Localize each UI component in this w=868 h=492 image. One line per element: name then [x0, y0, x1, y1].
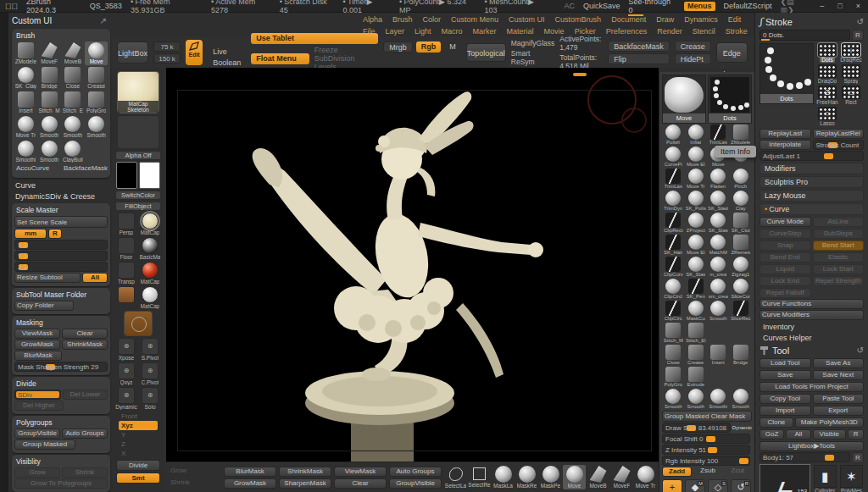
bottom-mask-button[interactable]: ViewMask — [334, 467, 387, 477]
gradient-swatch[interactable] — [124, 311, 153, 336]
groupvisible-button[interactable]: GroupVisible — [14, 428, 60, 439]
backfacemask-left-button[interactable]: BackfaceMask — [62, 164, 108, 174]
switchcolor-button[interactable]: SwitchColor — [115, 191, 161, 200]
res-75k-button[interactable]: 75 k — [153, 41, 181, 52]
tool-button[interactable]: GoZ — [760, 429, 784, 439]
bottom-brush-item[interactable]: MaskPe — [539, 465, 562, 489]
fillobject-button[interactable]: FillObject — [115, 202, 161, 211]
curve-control-button[interactable]: Lock End — [760, 276, 811, 286]
transform-button[interactable]: ↺ R Rotate — [731, 479, 751, 492]
masking-button[interactable]: ShrinkMask — [62, 340, 108, 350]
brush-item[interactable]: MoveB — [62, 41, 85, 65]
stroke-type-item[interactable]: ○ Lasso — [816, 107, 838, 126]
m-button[interactable]: M — [444, 41, 461, 53]
menu-item[interactable]: Color — [423, 15, 442, 24]
brush-item[interactable]: Crease — [85, 66, 108, 90]
quick-brush-item[interactable]: ClipCirc — [662, 300, 685, 322]
axis-button[interactable]: X — [119, 449, 158, 458]
curve-header[interactable]: •Curve — [760, 203, 864, 215]
tool-button[interactable]: Clone — [760, 417, 793, 428]
del-higher-button[interactable]: Del Higher — [14, 401, 64, 411]
subtool-item[interactable]: ✶ PolyMes — [839, 465, 864, 492]
menu-item[interactable]: Custom UI — [509, 15, 545, 24]
bottom-mask-button[interactable]: GroupVisible — [389, 478, 442, 489]
menu-item[interactable]: Draw — [656, 15, 674, 24]
quick-brush-item[interactable]: Polish — [662, 124, 685, 146]
bottom-mask-button[interactable]: GrowMask — [224, 478, 276, 489]
menu-item[interactable]: Edit — [728, 15, 742, 24]
stroke-reset-icon[interactable]: ↺ — [857, 17, 864, 26]
stroke-dots-big-thumb[interactable]: Dots — [760, 43, 814, 104]
axis-button[interactable]: Y — [119, 430, 158, 439]
brush-item[interactable]: Stitch_M — [38, 91, 61, 114]
curve-control-button[interactable]: Elastic — [813, 252, 865, 263]
brush-item[interactable]: PolyGro — [85, 91, 108, 114]
draw-slider[interactable]: Draw Size 83.49108 — [662, 423, 731, 433]
quick-brush-item[interactable]: SK_Pen — [685, 278, 708, 300]
active-subtool[interactable]: ϟ153 Body1 — [760, 465, 811, 492]
zsub-button[interactable]: Zsub — [693, 467, 721, 477]
brush-item[interactable]: SK_Clay — [14, 66, 37, 90]
stroke-type-item[interactable]: ▭ Rect — [840, 86, 862, 105]
bottom-brush-item[interactable]: Standar — [658, 465, 659, 489]
adjustlast-slider[interactable]: AdjustLast 1 — [760, 151, 864, 161]
lazy-mouse-header[interactable]: Lazy Mouse — [760, 190, 864, 202]
main-color-swatch[interactable] — [116, 162, 137, 189]
curve-control-button[interactable]: SubSteps — [813, 229, 865, 239]
zadd-button[interactable]: Zadd — [662, 467, 692, 477]
topological-button[interactable]: Topological — [466, 43, 506, 62]
smart-resym-button[interactable]: Smart ReSym — [511, 49, 555, 66]
bottom-brush-item[interactable]: MoveF — [610, 465, 633, 489]
backfacemask-button[interactable]: BackfaceMask — [608, 41, 670, 52]
menu-item[interactable]: Marker — [473, 27, 497, 36]
quick-brush-item[interactable]: Smooth — [730, 388, 753, 410]
scale-axis-slider[interactable]: Z 1 — [14, 262, 108, 272]
current-alpha-slot[interactable] — [117, 115, 159, 149]
quick-brush-item[interactable]: TrimDyn — [662, 190, 685, 212]
bottom-mask-button[interactable]: Auto Groups — [389, 467, 442, 477]
brush-item[interactable]: Bridge — [38, 66, 61, 90]
tray-mini-item[interactable]: MatCap — [139, 262, 161, 285]
bottom-mask-button[interactable]: BlurMask — [224, 467, 276, 477]
axis-button[interactable]: Front — [119, 412, 158, 421]
sdiv-slider[interactable]: SDiv — [14, 390, 61, 400]
float-menu-button[interactable]: Float Menu — [251, 53, 309, 64]
quick-brush-item[interactable]: sm_crea — [707, 278, 730, 300]
scale-axis-slider[interactable]: Y 1 — [14, 251, 108, 261]
curve-control-button[interactable]: Repel Falloff — [760, 288, 811, 298]
menu-item[interactable]: Stencil — [693, 27, 715, 36]
tool-palette-header[interactable]: Tool ↺ — [760, 343, 864, 357]
brush-item[interactable]: Smooth — [62, 115, 85, 139]
subtool-item[interactable]: ▮ Cylinder — [813, 465, 837, 492]
quick-brush-item[interactable]: Inflat — [685, 124, 708, 146]
live-boolean-button[interactable]: Live Boolean — [208, 47, 246, 58]
shrink-bottom-button[interactable]: Shrink — [169, 478, 221, 489]
quick-brush-item[interactable]: SK_Hair — [662, 234, 685, 256]
quick-brush-item[interactable] — [730, 322, 753, 344]
axis-button[interactable]: Z — [119, 439, 158, 449]
dynamicsdiv-palette-header[interactable]: DynamicSDiv & Creese — [12, 191, 110, 202]
crease-button[interactable]: Crease — [675, 41, 711, 52]
quick-brush-item[interactable]: Pinch — [730, 168, 753, 190]
quicksave-button[interactable]: QuickSave — [583, 2, 620, 10]
quick-brush-item[interactable]: Clay — [730, 190, 753, 212]
curve-control-button[interactable]: Bend Start — [813, 240, 865, 251]
subtool-r-button[interactable]: R — [852, 452, 864, 463]
brush-item[interactable]: Move — [85, 41, 108, 65]
brush-item[interactable]: Smooth — [38, 115, 61, 139]
brush-item[interactable]: Smoothi — [14, 140, 37, 163]
quick-brush-item[interactable]: Stitch_M — [662, 322, 685, 344]
menu-item[interactable]: Custom Menu — [451, 15, 498, 24]
tool-button[interactable]: Copy Tool — [760, 394, 811, 404]
inventory-header[interactable]: Inventory — [760, 321, 864, 332]
modifiers-header[interactable]: Modifiers — [760, 163, 864, 174]
quick-brush-item[interactable]: TrimLas — [707, 124, 730, 146]
strokes-count-slider[interactable]: Strokes Count — [813, 140, 865, 150]
resize-all-button[interactable]: All — [82, 273, 108, 283]
curve-functions-header[interactable]: Curve Functions — [760, 299, 864, 309]
shrink-button[interactable]: Shrink — [62, 467, 108, 478]
curve-palette-header[interactable]: Curve — [12, 180, 110, 191]
current-material-thumb[interactable]: MatCap Skeleton — [117, 71, 159, 113]
quick-brush-item[interactable]: ZRemes — [730, 234, 753, 256]
quick-brush-item[interactable]: Move Tr — [685, 168, 708, 190]
